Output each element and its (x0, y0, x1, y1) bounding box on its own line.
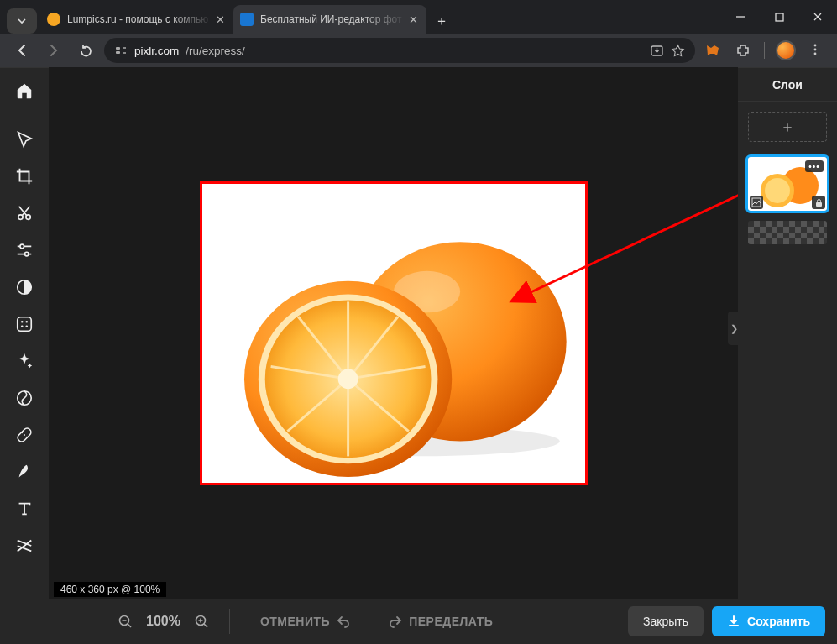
window-controls (721, 0, 837, 34)
svg-point-16 (25, 325, 28, 327)
bottom-bar: 100% ОТМЕНИТЬ ПЕРЕДЕЛАТЬ Закрыть Сохрани… (0, 599, 837, 644)
fill-tool[interactable] (6, 528, 43, 563)
cut-tool[interactable] (6, 196, 43, 231)
back-button[interactable] (8, 37, 35, 64)
favicon (47, 13, 60, 26)
address-bar: pixlr.com/ru/express/ (0, 34, 837, 67)
svg-rect-0 (776, 13, 783, 21)
redo-icon (389, 615, 402, 628)
bookmark-star-icon[interactable] (671, 44, 685, 58)
new-tab-button[interactable]: ＋ (429, 8, 454, 34)
layer-type-icon (750, 196, 763, 209)
contrast-tool[interactable] (6, 270, 43, 305)
select-tool[interactable] (6, 122, 43, 157)
svg-point-19 (24, 434, 25, 436)
svg-rect-2 (116, 51, 120, 54)
svg-point-41 (765, 178, 790, 203)
text-tool[interactable] (6, 491, 43, 526)
close-window-button[interactable] (798, 0, 837, 34)
heal-tool[interactable] (6, 417, 43, 453)
adjust-tool[interactable] (6, 233, 43, 268)
forward-button[interactable] (40, 37, 67, 64)
extensions-button[interactable] (730, 38, 756, 63)
url-path: /ru/express/ (186, 45, 245, 57)
canvas-status: 460 x 360 px @ 100% (54, 582, 166, 597)
svg-point-6 (814, 53, 817, 55)
svg-point-13 (21, 321, 24, 323)
download-icon (727, 615, 740, 628)
tab-search-button[interactable] (7, 8, 37, 34)
redo-button[interactable]: ПЕРЕДЕЛАТЬ (374, 606, 508, 636)
canvas-area: 460 x 360 px @ 100% (49, 67, 738, 599)
profile-avatar[interactable] (773, 38, 798, 63)
extension-metamask-icon[interactable] (700, 38, 725, 63)
layers-panel: Слои ＋ ••• ❯ (738, 67, 837, 599)
svg-rect-1 (116, 47, 120, 50)
svg-point-18 (21, 432, 23, 433)
layer-1[interactable]: ••• (748, 157, 827, 211)
liquify-tool[interactable] (6, 380, 43, 416)
collapse-panel-button[interactable]: ❯ (728, 312, 740, 345)
url-field[interactable]: pixlr.com/ru/express/ (104, 38, 695, 63)
tab-title: Бесплатный ИИ-редактор фот (260, 13, 406, 25)
ai-tool[interactable] (6, 343, 43, 379)
undo-icon (337, 615, 350, 628)
maximize-button[interactable] (760, 0, 798, 34)
canvas-image (202, 184, 585, 483)
svg-rect-42 (752, 198, 761, 207)
home-button[interactable] (6, 73, 43, 108)
site-settings-icon[interactable] (114, 44, 128, 57)
zoom-value: 100% (146, 614, 180, 629)
svg-point-36 (337, 369, 358, 389)
svg-point-5 (814, 49, 817, 51)
svg-point-10 (24, 252, 29, 256)
reload-button[interactable] (72, 37, 99, 64)
svg-rect-12 (18, 317, 32, 332)
save-button[interactable]: Сохранить (712, 606, 825, 636)
close-tab-icon[interactable]: ✕ (406, 13, 420, 26)
svg-rect-43 (816, 202, 822, 207)
browser-menu-button[interactable] (803, 38, 829, 63)
crop-tool[interactable] (6, 159, 43, 194)
titlebar: Lumpics.ru - помощь с компью ✕ Бесплатны… (0, 0, 837, 34)
zoom-out-button[interactable] (112, 609, 138, 634)
browser-tab-2[interactable]: Бесплатный ИИ-редактор фот ✕ (233, 5, 426, 34)
minimize-button[interactable] (721, 0, 760, 34)
effects-tool[interactable] (6, 306, 43, 342)
layer-thumb-empty (748, 221, 827, 244)
layer-lock-icon[interactable] (812, 196, 825, 209)
draw-tool[interactable] (6, 454, 43, 490)
layer-menu-button[interactable]: ••• (805, 160, 824, 172)
url-host: pixlr.com (134, 45, 179, 57)
close-tab-icon[interactable]: ✕ (213, 13, 227, 26)
layer-2[interactable] (748, 221, 827, 275)
layers-title: Слои (738, 68, 837, 102)
svg-point-15 (21, 325, 24, 327)
chevron-down-icon (17, 16, 27, 26)
undo-button[interactable]: ОТМЕНИТЬ (245, 606, 365, 636)
svg-point-14 (25, 321, 28, 323)
tool-sidebar (0, 67, 49, 599)
close-button[interactable]: Закрыть (628, 606, 704, 636)
install-app-icon[interactable] (650, 44, 664, 58)
browser-tab-1[interactable]: Lumpics.ru - помощь с компью ✕ (40, 5, 233, 34)
svg-point-20 (26, 437, 28, 438)
zoom-in-button[interactable] (189, 609, 214, 634)
tab-title: Lumpics.ru - помощь с компью (67, 13, 213, 25)
svg-point-9 (20, 244, 24, 249)
favicon (240, 13, 254, 26)
svg-point-4 (814, 45, 817, 47)
add-layer-button[interactable]: ＋ (748, 112, 827, 142)
canvas[interactable] (200, 181, 588, 485)
zoom-controls: 100% (112, 609, 214, 634)
